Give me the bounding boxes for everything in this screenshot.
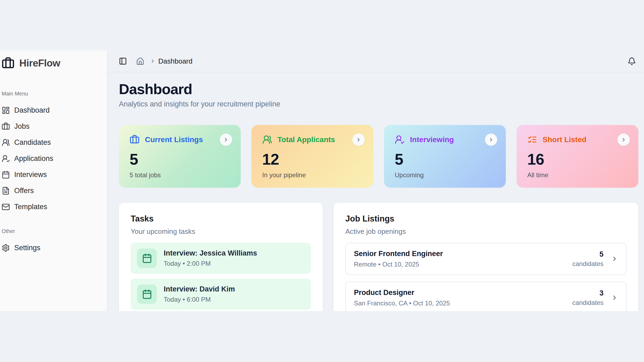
bell-icon[interactable] — [628, 57, 636, 65]
job-count-value: 3 — [572, 289, 603, 297]
stat-label: Interviewing — [410, 135, 454, 144]
sidebar-item-label: Dashboard — [14, 106, 50, 114]
task-item[interactable]: Interview: David Kim Today • 6:00 PM — [131, 279, 311, 310]
task-title: Interview: David Kim — [164, 285, 235, 293]
job-listing-row[interactable]: Product Designer San Francisco, CA • Oct… — [345, 282, 627, 311]
task-title: Interview: Jessica Williams — [164, 249, 257, 257]
brand-name: HireFlow — [19, 58, 60, 69]
stat-label: Total Applicants — [277, 135, 335, 144]
breadcrumb[interactable]: Dashboard — [158, 57, 192, 65]
sidebar: HireFlow Main Menu Dashboard Jobs Candid… — [0, 50, 108, 311]
users-icon — [262, 135, 272, 145]
other-nav: Settings — [1, 240, 104, 256]
job-listings-title: Job Listings — [345, 214, 627, 224]
stat-value: 12 — [262, 150, 365, 168]
stat-card-header: Short Listed — [527, 134, 630, 146]
calendar-icon — [137, 249, 157, 268]
stat-value: 5 — [130, 150, 232, 168]
breadcrumb-chevron-icon — [144, 58, 156, 64]
job-count-label: candidates — [572, 299, 603, 306]
stat-card-short-listed[interactable]: Short Listed 16 All time — [517, 125, 638, 188]
page-subtitle: Analytics and insights for your recruitm… — [119, 100, 638, 108]
topbar: Dashboard — [108, 50, 644, 72]
user-check-icon — [2, 154, 10, 163]
page-title: Dashboard — [119, 80, 638, 98]
tasks-subtitle: Your upcoming tasks — [131, 227, 311, 236]
sidebar-section-other: Other — [1, 228, 104, 234]
sidebar-item-jobs[interactable]: Jobs — [1, 118, 104, 134]
sidebar-item-interviews[interactable]: Interviews — [1, 167, 104, 183]
sidebar-item-offers[interactable]: Offers — [1, 183, 104, 199]
stat-subtext: All time — [527, 171, 630, 179]
sidebar-item-templates[interactable]: Templates — [1, 199, 104, 215]
job-title: Product Designer — [354, 289, 572, 297]
sidebar-item-candidates[interactable]: Candidates — [1, 134, 104, 150]
brand-logo: HireFlow — [1, 57, 104, 70]
bottom-panels: Tasks Your upcoming tasks Interview: Jes… — [119, 203, 638, 311]
job-listings-subtitle: Active job openings — [345, 227, 627, 236]
sidebar-item-settings[interactable]: Settings — [1, 240, 104, 256]
stat-value: 5 — [395, 150, 497, 168]
stat-card-header: Interviewing — [395, 134, 497, 146]
stat-card-header: Total Applicants — [262, 134, 365, 146]
main-area: Dashboard Dashboard Analytics and insigh… — [108, 50, 644, 311]
gear-icon — [2, 244, 10, 252]
job-info: Senior Frontend Engineer Remote • Oct 10… — [354, 250, 572, 268]
sidebar-toggle-button[interactable] — [119, 57, 127, 65]
chevron-right-icon[interactable] — [611, 255, 618, 262]
job-title: Senior Frontend Engineer — [354, 250, 572, 258]
stat-label: Short Listed — [543, 135, 586, 144]
job-listing-row[interactable]: Senior Frontend Engineer Remote • Oct 10… — [345, 243, 627, 275]
file-text-icon — [2, 187, 10, 195]
stat-chevron-button[interactable] — [485, 134, 497, 146]
calendar-icon — [2, 171, 10, 179]
stat-subtext: In your pipeline — [262, 171, 365, 179]
stat-chevron-button[interactable] — [617, 134, 630, 146]
job-candidate-count: 3 candidates — [572, 289, 603, 306]
layout-dashboard-icon — [2, 106, 10, 114]
stat-card-interviewing[interactable]: Interviewing 5 Upcoming — [384, 125, 506, 188]
stat-label: Current Listings — [145, 135, 203, 144]
stat-chevron-button[interactable] — [220, 134, 232, 146]
task-time: Today • 6:00 PM — [164, 296, 235, 303]
app-window: HireFlow Main Menu Dashboard Jobs Candid… — [0, 50, 644, 311]
stat-subtext: 5 total jobs — [130, 171, 232, 179]
tasks-title: Tasks — [131, 214, 311, 224]
sidebar-item-dashboard[interactable]: Dashboard — [1, 102, 104, 118]
job-meta: Remote • Oct 10, 2025 — [354, 261, 572, 268]
home-icon[interactable] — [127, 57, 144, 65]
stat-chevron-button[interactable] — [352, 134, 365, 146]
user-check-icon — [395, 135, 405, 145]
job-count-label: candidates — [572, 260, 603, 268]
stat-card-header: Current Listings — [130, 134, 232, 146]
stat-value: 16 — [527, 150, 630, 168]
sidebar-item-label: Offers — [14, 187, 34, 195]
sidebar-item-applications[interactable]: Applications — [1, 150, 104, 167]
job-candidate-count: 5 candidates — [572, 250, 603, 268]
sidebar-item-label: Candidates — [14, 138, 51, 147]
sidebar-section-main-menu: Main Menu — [1, 91, 104, 97]
stat-subtext: Upcoming — [395, 171, 497, 179]
task-item[interactable]: Interview: Jessica Williams Today • 2:00… — [131, 243, 311, 274]
sidebar-item-label: Applications — [14, 154, 53, 163]
job-listings-panel: Job Listings Active job openings Senior … — [334, 203, 638, 311]
job-info: Product Designer San Francisco, CA • Oct… — [354, 289, 572, 307]
stat-card-current-listings[interactable]: Current Listings 5 5 total jobs — [119, 125, 241, 188]
stat-cards: Current Listings 5 5 total jobs Total Ap… — [119, 125, 638, 188]
job-count-value: 5 — [572, 250, 603, 258]
list-checks-icon — [527, 135, 537, 145]
sidebar-item-label: Interviews — [14, 171, 47, 179]
job-meta: San Francisco, CA • Oct 10, 2025 — [354, 300, 572, 307]
main-menu-nav: Dashboard Jobs Candidates Applications I… — [1, 102, 104, 215]
calendar-icon — [137, 285, 157, 304]
task-time: Today • 2:00 PM — [164, 260, 257, 267]
stat-card-total-applicants[interactable]: Total Applicants 12 In your pipeline — [251, 125, 373, 188]
page-content: Dashboard Analytics and insights for you… — [108, 72, 644, 311]
tasks-panel: Tasks Your upcoming tasks Interview: Jes… — [119, 203, 323, 311]
chevron-right-icon[interactable] — [611, 294, 618, 301]
sidebar-item-label: Jobs — [14, 122, 30, 131]
sidebar-item-label: Templates — [14, 203, 47, 211]
briefcase-logo-icon — [2, 57, 14, 70]
briefcase-icon — [130, 135, 140, 145]
sidebar-item-label: Settings — [14, 244, 41, 252]
